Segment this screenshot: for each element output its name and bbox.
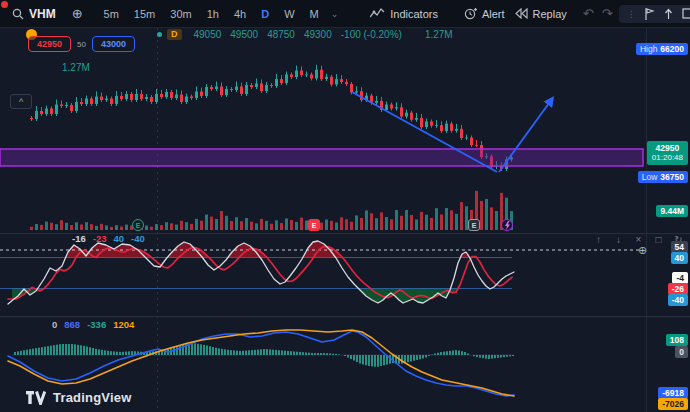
earnings-marker-gray[interactable]: E xyxy=(468,219,480,231)
alert-label: Alert xyxy=(482,8,505,20)
tf-1d-active[interactable]: D xyxy=(257,6,273,22)
earnings-marker-red[interactable]: E xyxy=(308,219,320,231)
pane1-lower-band-badge: -40 xyxy=(668,294,688,306)
tf-15m[interactable]: 15m xyxy=(130,6,159,22)
volume-badge: 9.44M xyxy=(656,205,688,217)
pane2-value-3: -336 xyxy=(87,319,106,330)
legend-open: 49050 xyxy=(194,29,222,40)
price-axis-separator xyxy=(646,28,647,412)
low-price-badge: Low36750 xyxy=(638,171,688,183)
compare-add-button[interactable]: ⊕ xyxy=(72,6,83,21)
window-record-dot xyxy=(1,1,8,8)
buy-button[interactable]: 43000 xyxy=(92,36,135,52)
flag-tool-icon[interactable] xyxy=(644,8,655,20)
legend-volume: 1.27M xyxy=(425,29,453,40)
drawing-tools-group: ⋮ xyxy=(619,5,690,23)
pane-move-up-icon[interactable]: ↑ xyxy=(592,234,605,245)
legend-close: 49300 xyxy=(304,29,332,40)
top-toolbar: VHM ⊕ 5m 15m 30m 1h 4h D W M ⌄ Indicator… xyxy=(0,0,690,28)
pane2-value-2: 868 xyxy=(64,319,80,330)
high-value: 66200 xyxy=(660,44,684,54)
last-price-value: 42950 xyxy=(656,143,680,153)
indicators-icon xyxy=(370,8,385,20)
replay-icon xyxy=(515,8,528,19)
pane1-upper-band-badge: 40 xyxy=(671,252,688,264)
high-label: High xyxy=(640,44,657,54)
pane2-value-4: 1204 xyxy=(113,319,134,330)
pane1-value-4: -40 xyxy=(131,233,145,244)
legend-low: 48750 xyxy=(267,29,295,40)
replay-button[interactable]: Replay xyxy=(515,8,567,20)
search-icon xyxy=(12,8,24,20)
pane-maximize-icon[interactable]: □ xyxy=(652,234,665,245)
pane2-zero-badge: 0 xyxy=(675,346,688,358)
market-status-dot xyxy=(157,32,162,37)
tf-1w[interactable]: W xyxy=(280,6,298,22)
indicators-label: Indicators xyxy=(390,8,438,20)
pane1-value-1: -16 xyxy=(72,233,86,244)
chart-canvas[interactable] xyxy=(0,0,690,412)
drag-handle-icon[interactable]: ⋮ xyxy=(627,9,636,19)
tf-1m[interactable]: M xyxy=(306,6,323,22)
tradingview-logo-icon xyxy=(26,391,46,405)
pane2-status-values: 0 868 -336 1204 xyxy=(52,319,134,330)
last-price-badge: 42950 01:20:48 xyxy=(647,141,688,165)
tf-30m[interactable]: 30m xyxy=(166,6,195,22)
timeframe-group: 5m 15m 30m 1h 4h D W M ⌄ xyxy=(99,6,339,22)
collapse-legend-button[interactable]: ^ xyxy=(10,94,32,109)
symbol-name: VHM xyxy=(29,7,56,21)
replay-label: Replay xyxy=(533,8,567,20)
indicators-button[interactable]: Indicators xyxy=(370,8,438,20)
low-label: Low xyxy=(642,172,658,182)
pane1-status-values: -16 -23 40 -40 xyxy=(72,233,145,244)
trade-panel: 42950 50 43000 xyxy=(28,36,135,52)
symbol-search-button[interactable]: VHM xyxy=(12,7,56,21)
pane1-value-2: -23 xyxy=(93,233,107,244)
high-price-badge: High66200 xyxy=(636,43,688,55)
event-marker-lightning[interactable] xyxy=(501,219,513,231)
pane2-histogram-badge: 108 xyxy=(666,334,688,346)
pane-move-down-icon[interactable]: ↓ xyxy=(612,234,625,245)
tf-5m[interactable]: 5m xyxy=(100,6,123,22)
legend-change: -100 (-0.20%) xyxy=(341,29,402,40)
pane1-value-3: 40 xyxy=(113,233,124,244)
sell-button[interactable]: 42950 xyxy=(28,36,71,52)
tf-1h[interactable]: 1h xyxy=(203,6,223,22)
bar-volume-label: 1.27M xyxy=(62,62,90,73)
tf-4h[interactable]: 4h xyxy=(230,6,250,22)
pane2-orange-line-badge: -7026 xyxy=(658,398,688,410)
alert-button[interactable]: Alert xyxy=(464,7,505,20)
trend-arrow-tool-icon[interactable] xyxy=(663,8,674,20)
add-alert-plus-icon[interactable]: ⊕ xyxy=(638,244,647,257)
bar-countdown: 01:20:48 xyxy=(652,153,683,163)
tradingview-app: VHM ⊕ 5m 15m 30m 1h 4h D W M ⌄ Indicator… xyxy=(0,0,690,412)
chevron-down-icon[interactable]: ⌄ xyxy=(331,9,339,19)
pane2-value-1: 0 xyxy=(52,319,57,330)
low-value: 36750 xyxy=(660,172,684,182)
lightning-icon xyxy=(504,221,511,230)
rectangle-tool-icon[interactable] xyxy=(682,8,690,19)
undo-button[interactable]: ↶ xyxy=(583,6,594,21)
spread-value: 50 xyxy=(77,40,86,49)
watermark-text: TradingView xyxy=(53,390,132,405)
earnings-marker-green[interactable]: E xyxy=(132,219,144,231)
alert-clock-icon xyxy=(464,7,477,20)
legend-timeframe-badge: D xyxy=(167,29,182,40)
tradingview-watermark: TradingView xyxy=(26,390,132,405)
legend-high: 49500 xyxy=(230,29,258,40)
redo-button[interactable]: ↷ xyxy=(602,6,613,21)
